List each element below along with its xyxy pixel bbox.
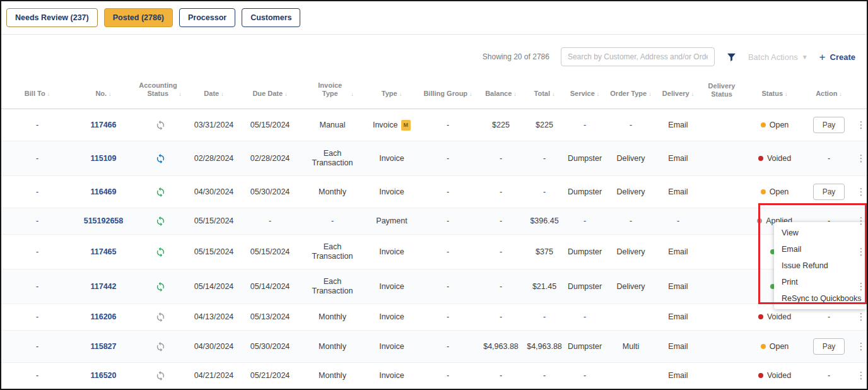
sort-icon[interactable]: ↓	[785, 91, 788, 97]
sort-icon[interactable]: ↓	[839, 91, 842, 97]
batch-actions-button[interactable]: Batch Actions ▼	[748, 52, 808, 62]
column-header-type[interactable]: Type↓	[366, 79, 418, 109]
filter-button[interactable]	[726, 52, 737, 62]
cell-inv_type: -	[299, 208, 366, 235]
cell-acct	[134, 141, 187, 176]
sort-icon[interactable]: ↓	[108, 91, 112, 97]
kebab-menu-icon[interactable]: ⋮	[857, 370, 866, 381]
sync-status-icon[interactable]	[155, 216, 166, 227]
column-header-date[interactable]: Date↓	[187, 79, 241, 109]
create-button[interactable]: + Create	[819, 52, 855, 62]
cell-bill_to: -	[1, 208, 73, 235]
pay-button[interactable]: Pay	[813, 117, 845, 133]
tab-posted-2786[interactable]: Posted (2786)	[104, 8, 173, 27]
sort-icon[interactable]: ↓	[513, 91, 517, 97]
sort-icon[interactable]: ↓	[691, 91, 695, 97]
cell-delivery_status	[699, 331, 744, 363]
sort-icon[interactable]: ↓	[284, 91, 288, 97]
column-header-balance[interactable]: Balance↓	[478, 79, 524, 109]
kebab-menu-icon[interactable]: ⋮	[857, 281, 866, 292]
sort-icon[interactable]: ↓	[648, 91, 652, 97]
column-header-acct[interactable]: Accounting Status↓	[134, 79, 187, 109]
sort-icon[interactable]: ↓	[47, 91, 50, 97]
pay-button[interactable]: Pay	[813, 184, 845, 200]
invoice-number-link[interactable]: 116206	[90, 312, 116, 321]
column-header-delivery[interactable]: Delivery↓	[657, 79, 699, 109]
kebab-menu-icon[interactable]: ⋮	[857, 341, 866, 352]
column-header-total[interactable]: Total↓	[524, 79, 565, 109]
kebab-menu-icon[interactable]: ⋮	[857, 311, 866, 322]
sort-icon[interactable]: ↓	[399, 91, 402, 97]
cell-date: 04/21/2024	[187, 363, 241, 389]
cell-service: -	[565, 304, 604, 331]
sync-status-icon[interactable]	[155, 187, 166, 198]
cell-row-menu: ⋮	[853, 109, 868, 141]
cell-bill_to: -	[1, 141, 73, 176]
sync-status-icon[interactable]	[155, 247, 166, 257]
sync-status-icon[interactable]	[155, 153, 166, 164]
cell-bill_to: -	[1, 176, 73, 208]
column-header-inv_type[interactable]: Invoice Type↓	[299, 79, 366, 109]
column-header-service[interactable]: Service↓	[565, 79, 604, 109]
column-label: Balance	[485, 90, 512, 97]
sort-icon[interactable]: ↓	[597, 91, 600, 97]
column-header-billing_group[interactable]: Billing Group↓	[418, 79, 478, 109]
invoices-page: Needs Review (237)Posted (2786)Processor…	[0, 0, 868, 390]
kebab-menu-icon[interactable]: ⋮	[857, 215, 866, 226]
kebab-menu-icon[interactable]: ⋮	[857, 246, 866, 257]
column-label: Date	[204, 90, 219, 97]
column-header-delivery_status[interactable]: Delivery Status	[699, 79, 744, 109]
pay-button[interactable]: Pay	[813, 338, 845, 355]
cell-delivery: Email	[657, 141, 699, 176]
sync-status-icon[interactable]	[155, 120, 166, 131]
cell-total: $4,963.88	[524, 331, 565, 363]
column-header-bill_to[interactable]: Bill To↓	[1, 79, 73, 109]
tab-needs-review-237[interactable]: Needs Review (237)	[6, 8, 98, 27]
type-label: Invoice	[379, 371, 404, 380]
search-input[interactable]	[561, 47, 715, 66]
column-header-no[interactable]: No.↓	[73, 79, 134, 109]
tab-customers[interactable]: Customers	[242, 8, 300, 27]
cell-total: $225	[524, 109, 565, 141]
cell-date: 03/31/2024	[187, 109, 241, 141]
sync-status-icon[interactable]	[155, 312, 166, 322]
kebab-menu-icon[interactable]: ⋮	[857, 153, 866, 163]
cell-date: 04/30/2024	[187, 331, 241, 363]
column-header-due[interactable]: Due Date↓	[241, 79, 299, 109]
column-header-status[interactable]: Status↓	[744, 79, 805, 109]
cell-no: 515192658	[73, 208, 134, 235]
sort-icon[interactable]: ↓	[469, 91, 472, 97]
kebab-menu-icon[interactable]: ⋮	[857, 119, 866, 130]
invoice-number-link[interactable]: 116520	[90, 371, 116, 380]
table-header-row: Bill To↓No.↓Accounting Status↓Date↓Due D…	[1, 79, 868, 109]
sort-icon[interactable]: ↓	[351, 91, 354, 97]
invoice-number-link[interactable]: 115827	[90, 342, 116, 351]
sync-status-icon[interactable]	[155, 281, 166, 292]
status-label: Voided	[767, 371, 791, 380]
kebab-menu-icon[interactable]: ⋮	[857, 186, 866, 197]
column-header-order_type[interactable]: Order Type↓	[604, 79, 657, 109]
sort-icon[interactable]: ↓	[221, 91, 224, 97]
tab-processor[interactable]: Processor	[179, 8, 235, 27]
invoice-number-link[interactable]: 117465	[90, 247, 116, 256]
cell-delivery: Email	[657, 304, 699, 331]
invoice-number-link[interactable]: 515192658	[84, 216, 124, 225]
invoice-number-link[interactable]: 117442	[90, 282, 116, 291]
sync-status-icon[interactable]	[155, 370, 166, 381]
sort-icon[interactable]: ↓	[179, 91, 182, 97]
cell-bill_to: -	[1, 331, 73, 363]
column-header-action[interactable]: Action↓	[805, 79, 853, 109]
table-row: -11744205/14/202405/14/2024Each Transact…	[1, 269, 868, 304]
invoice-number-link[interactable]: 115109	[90, 154, 116, 163]
cell-order_type: Delivery	[604, 235, 657, 269]
invoice-number-link[interactable]: 116469	[90, 187, 116, 196]
cell-inv_type: Monthly	[299, 176, 366, 208]
cell-delivery_status	[699, 363, 744, 389]
sort-icon[interactable]: ↓	[552, 91, 555, 97]
cell-bill_to: -	[1, 235, 73, 269]
sync-status-icon[interactable]	[155, 341, 166, 352]
column-label: Delivery	[662, 90, 689, 97]
cell-service: Dumpster	[565, 176, 604, 208]
cell-service: -	[565, 208, 604, 235]
invoice-number-link[interactable]: 117466	[90, 121, 116, 129]
